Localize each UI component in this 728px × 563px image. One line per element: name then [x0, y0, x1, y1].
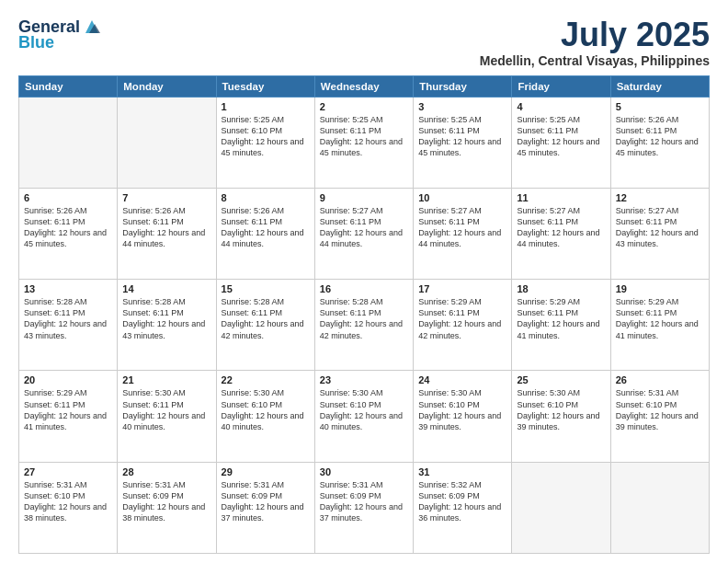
- location-title: Medellin, Central Visayas, Philippines: [480, 53, 710, 68]
- calendar-week-2: 13Sunrise: 5:28 AM Sunset: 6:11 PM Dayli…: [19, 280, 710, 371]
- calendar-cell: 19Sunrise: 5:29 AM Sunset: 6:11 PM Dayli…: [610, 280, 709, 371]
- calendar-cell: 12Sunrise: 5:27 AM Sunset: 6:11 PM Dayli…: [610, 188, 709, 279]
- day-number: 20: [24, 374, 112, 385]
- day-info: Sunrise: 5:27 AM Sunset: 6:11 PM Dayligh…: [616, 205, 704, 250]
- col-monday: Monday: [118, 75, 216, 97]
- day-info: Sunrise: 5:31 AM Sunset: 6:10 PM Dayligh…: [616, 387, 704, 432]
- calendar-cell: 30Sunrise: 5:31 AM Sunset: 6:09 PM Dayli…: [314, 462, 413, 553]
- col-saturday: Saturday: [610, 75, 709, 97]
- col-sunday: Sunday: [19, 75, 118, 97]
- day-number: 27: [24, 466, 112, 477]
- day-info: Sunrise: 5:28 AM Sunset: 6:11 PM Dayligh…: [222, 296, 310, 341]
- day-number: 21: [122, 374, 210, 385]
- day-number: 1: [222, 101, 310, 112]
- calendar-cell: 21Sunrise: 5:30 AM Sunset: 6:11 PM Dayli…: [118, 371, 216, 462]
- col-tuesday: Tuesday: [216, 75, 314, 97]
- day-info: Sunrise: 5:25 AM Sunset: 6:11 PM Dayligh…: [418, 114, 506, 159]
- day-number: 16: [320, 283, 408, 294]
- calendar-cell: 24Sunrise: 5:30 AM Sunset: 6:10 PM Dayli…: [414, 371, 512, 462]
- day-number: 24: [418, 374, 506, 385]
- calendar-cell: 28Sunrise: 5:31 AM Sunset: 6:09 PM Dayli…: [118, 462, 216, 553]
- day-info: Sunrise: 5:27 AM Sunset: 6:11 PM Dayligh…: [517, 205, 605, 250]
- day-number: 11: [517, 192, 605, 203]
- day-info: Sunrise: 5:25 AM Sunset: 6:11 PM Dayligh…: [517, 114, 605, 159]
- calendar-cell: [19, 97, 118, 188]
- calendar-week-3: 20Sunrise: 5:29 AM Sunset: 6:11 PM Dayli…: [19, 371, 710, 462]
- calendar-cell: 31Sunrise: 5:32 AM Sunset: 6:09 PM Dayli…: [414, 462, 512, 553]
- calendar-cell: [118, 97, 216, 188]
- calendar-cell: 3Sunrise: 5:25 AM Sunset: 6:11 PM Daylig…: [414, 97, 512, 188]
- calendar-cell: 10Sunrise: 5:27 AM Sunset: 6:11 PM Dayli…: [414, 188, 512, 279]
- day-number: 7: [122, 192, 210, 203]
- day-info: Sunrise: 5:26 AM Sunset: 6:11 PM Dayligh…: [24, 205, 112, 250]
- day-number: 8: [222, 192, 310, 203]
- calendar-cell: 25Sunrise: 5:30 AM Sunset: 6:10 PM Dayli…: [512, 371, 610, 462]
- calendar-cell: 2Sunrise: 5:25 AM Sunset: 6:11 PM Daylig…: [314, 97, 413, 188]
- day-number: 25: [517, 374, 605, 385]
- day-number: 3: [418, 101, 506, 112]
- calendar-week-0: 1Sunrise: 5:25 AM Sunset: 6:10 PM Daylig…: [19, 97, 710, 188]
- calendar-table: Sunday Monday Tuesday Wednesday Thursday…: [18, 75, 710, 554]
- calendar-cell: 23Sunrise: 5:30 AM Sunset: 6:10 PM Dayli…: [314, 371, 413, 462]
- col-friday: Friday: [512, 75, 610, 97]
- calendar-cell: 15Sunrise: 5:28 AM Sunset: 6:11 PM Dayli…: [216, 280, 314, 371]
- day-info: Sunrise: 5:25 AM Sunset: 6:10 PM Dayligh…: [222, 114, 310, 159]
- day-info: Sunrise: 5:32 AM Sunset: 6:09 PM Dayligh…: [418, 479, 506, 524]
- day-number: 26: [616, 374, 704, 385]
- calendar-cell: 18Sunrise: 5:29 AM Sunset: 6:11 PM Dayli…: [512, 280, 610, 371]
- calendar-cell: 22Sunrise: 5:30 AM Sunset: 6:10 PM Dayli…: [216, 371, 314, 462]
- calendar-cell: [512, 462, 610, 553]
- day-info: Sunrise: 5:30 AM Sunset: 6:10 PM Dayligh…: [222, 387, 310, 432]
- day-info: Sunrise: 5:27 AM Sunset: 6:11 PM Dayligh…: [418, 205, 506, 250]
- day-info: Sunrise: 5:29 AM Sunset: 6:11 PM Dayligh…: [418, 296, 506, 341]
- day-number: 12: [616, 192, 704, 203]
- day-number: 14: [122, 283, 210, 294]
- calendar-cell: 6Sunrise: 5:26 AM Sunset: 6:11 PM Daylig…: [19, 188, 118, 279]
- logo-blue-text: Blue: [18, 33, 54, 52]
- day-info: Sunrise: 5:29 AM Sunset: 6:11 PM Dayligh…: [616, 296, 704, 341]
- day-info: Sunrise: 5:30 AM Sunset: 6:10 PM Dayligh…: [517, 387, 605, 432]
- col-thursday: Thursday: [414, 75, 512, 97]
- calendar-cell: 16Sunrise: 5:28 AM Sunset: 6:11 PM Dayli…: [314, 280, 413, 371]
- calendar-cell: 26Sunrise: 5:31 AM Sunset: 6:10 PM Dayli…: [610, 371, 709, 462]
- day-info: Sunrise: 5:31 AM Sunset: 6:09 PM Dayligh…: [222, 479, 310, 524]
- day-info: Sunrise: 5:30 AM Sunset: 6:10 PM Dayligh…: [320, 387, 408, 432]
- day-info: Sunrise: 5:26 AM Sunset: 6:11 PM Dayligh…: [616, 114, 704, 159]
- day-number: 17: [418, 283, 506, 294]
- day-number: 28: [122, 466, 210, 477]
- calendar-cell: 11Sunrise: 5:27 AM Sunset: 6:11 PM Dayli…: [512, 188, 610, 279]
- day-number: 13: [24, 283, 112, 294]
- day-number: 10: [418, 192, 506, 203]
- day-number: 22: [222, 374, 310, 385]
- calendar-week-1: 6Sunrise: 5:26 AM Sunset: 6:11 PM Daylig…: [19, 188, 710, 279]
- day-info: Sunrise: 5:28 AM Sunset: 6:11 PM Dayligh…: [320, 296, 408, 341]
- calendar-cell: [610, 462, 709, 553]
- day-info: Sunrise: 5:27 AM Sunset: 6:11 PM Dayligh…: [320, 205, 408, 250]
- day-info: Sunrise: 5:30 AM Sunset: 6:10 PM Dayligh…: [418, 387, 506, 432]
- calendar-cell: 14Sunrise: 5:28 AM Sunset: 6:11 PM Dayli…: [118, 280, 216, 371]
- calendar-cell: 29Sunrise: 5:31 AM Sunset: 6:09 PM Dayli…: [216, 462, 314, 553]
- day-info: Sunrise: 5:29 AM Sunset: 6:11 PM Dayligh…: [24, 387, 112, 432]
- day-info: Sunrise: 5:29 AM Sunset: 6:11 PM Dayligh…: [517, 296, 605, 341]
- calendar-cell: 5Sunrise: 5:26 AM Sunset: 6:11 PM Daylig…: [610, 97, 709, 188]
- title-block: July 2025 Medellin, Central Visayas, Phi…: [480, 17, 710, 68]
- day-info: Sunrise: 5:26 AM Sunset: 6:11 PM Dayligh…: [222, 205, 310, 250]
- day-info: Sunrise: 5:31 AM Sunset: 6:09 PM Dayligh…: [122, 479, 210, 524]
- calendar-cell: 20Sunrise: 5:29 AM Sunset: 6:11 PM Dayli…: [19, 371, 118, 462]
- col-wednesday: Wednesday: [314, 75, 413, 97]
- day-number: 9: [320, 192, 408, 203]
- calendar-cell: 1Sunrise: 5:25 AM Sunset: 6:10 PM Daylig…: [216, 97, 314, 188]
- day-number: 15: [222, 283, 310, 294]
- day-number: 23: [320, 374, 408, 385]
- day-number: 4: [517, 101, 605, 112]
- header: General Blue July 2025 Medellin, Central…: [18, 17, 710, 68]
- day-info: Sunrise: 5:31 AM Sunset: 6:09 PM Dayligh…: [320, 479, 408, 524]
- day-number: 2: [320, 101, 408, 112]
- day-number: 18: [517, 283, 605, 294]
- day-number: 29: [222, 466, 310, 477]
- calendar-week-4: 27Sunrise: 5:31 AM Sunset: 6:10 PM Dayli…: [19, 462, 710, 553]
- day-info: Sunrise: 5:25 AM Sunset: 6:11 PM Dayligh…: [320, 114, 408, 159]
- calendar-cell: 4Sunrise: 5:25 AM Sunset: 6:11 PM Daylig…: [512, 97, 610, 188]
- calendar-cell: 27Sunrise: 5:31 AM Sunset: 6:10 PM Dayli…: [19, 462, 118, 553]
- day-number: 6: [24, 192, 112, 203]
